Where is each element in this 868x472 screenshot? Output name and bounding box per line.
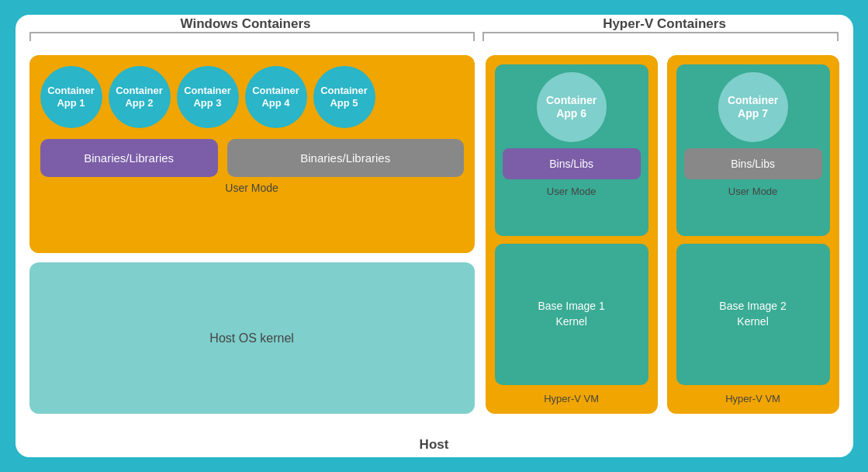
bins-libraries-1: Binaries/Libraries	[40, 139, 218, 177]
hyperv-vm1-inner: ContainerApp 6 Bins/Libs User Mode	[495, 64, 648, 236]
container-app-6: ContainerApp 6	[537, 72, 607, 142]
windows-user-mode-label: User Mode	[40, 177, 464, 194]
host-os-kernel-label: Host OS kernel	[209, 331, 293, 345]
host-os-kernel-box: Host OS kernel	[29, 262, 475, 414]
hyperv-vm2-inner: ContainerApp 7 Bins/Libs User Mode	[676, 64, 830, 236]
container-app-4: ContainerApp 4	[245, 66, 307, 128]
hyperv-vm1-user-mode: User Mode	[547, 186, 597, 197]
container-app-2: ContainerApp 2	[109, 66, 171, 128]
hyperv-vm1-bins: Bins/Libs	[503, 148, 641, 179]
hyperv-bracket	[482, 32, 839, 41]
section-labels: Windows Containers Hyper-V Containers	[16, 15, 853, 32]
main-content: ContainerApp 1 ContainerApp 2 ContainerA…	[29, 55, 839, 414]
host-label: Host	[420, 437, 449, 453]
container-app-3: ContainerApp 3	[177, 66, 239, 128]
container-app-5: ContainerApp 5	[313, 66, 375, 128]
windows-user-mode-box: ContainerApp 1 ContainerApp 2 ContainerA…	[29, 55, 475, 253]
hyperv-vm1-label: Hyper-V VM	[495, 393, 648, 404]
outer-container: Windows Containers Hyper-V Containers Co…	[16, 15, 853, 457]
hyperv-vm2-user-mode: User Mode	[728, 186, 778, 197]
hyperv-vm2-kernel: Base Image 2Kernel	[676, 244, 830, 385]
brackets	[29, 32, 839, 44]
windows-bracket	[29, 32, 475, 41]
bins-libraries-2: Binaries/Libraries	[227, 139, 464, 177]
hyperv-vm-1: ContainerApp 6 Bins/Libs User Mode Base …	[486, 55, 658, 414]
windows-panel: ContainerApp 1 ContainerApp 2 ContainerA…	[29, 55, 475, 414]
hyperv-panel: ContainerApp 6 Bins/Libs User Mode Base …	[486, 55, 839, 414]
container-app-1: ContainerApp 1	[40, 66, 102, 128]
hyperv-vm1-kernel: Base Image 1Kernel	[495, 244, 648, 385]
container-app-7: ContainerApp 7	[718, 72, 788, 142]
hyperv-containers-title: Hyper-V Containers	[603, 16, 726, 31]
windows-label-area: Windows Containers	[16, 15, 476, 32]
hyperv-vm-2: ContainerApp 7 Bins/Libs User Mode Base …	[667, 55, 839, 414]
hyperv-vm2-bins: Bins/Libs	[684, 148, 822, 179]
hyperv-vm2-label: Hyper-V VM	[676, 393, 830, 404]
hyperv-label-area: Hyper-V Containers	[476, 15, 853, 32]
apps-row: ContainerApp 1 ContainerApp 2 ContainerA…	[40, 66, 464, 128]
bins-row: Binaries/Libraries Binaries/Libraries	[40, 139, 464, 177]
windows-containers-title: Windows Containers	[181, 16, 311, 31]
